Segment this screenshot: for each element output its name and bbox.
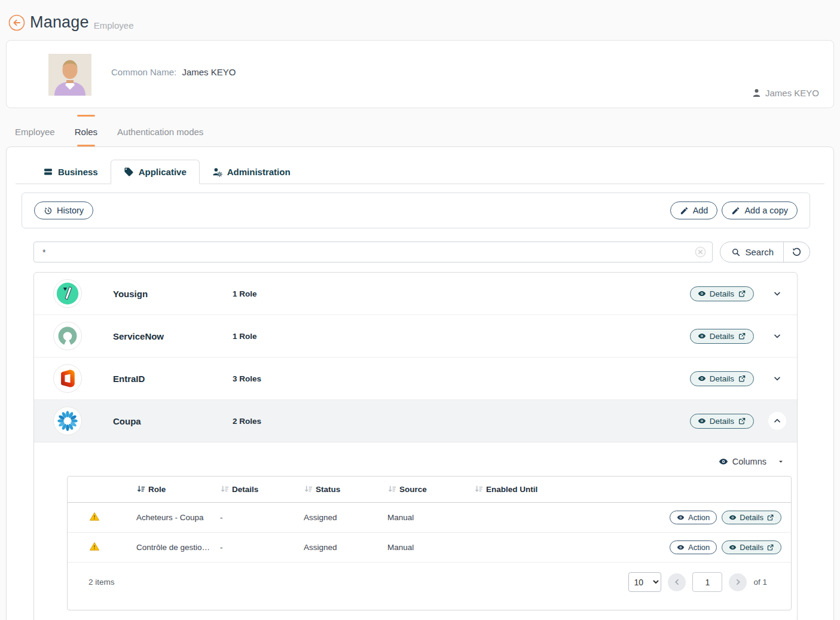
eye-icon: [729, 543, 737, 551]
cell-status: Assigned: [304, 513, 387, 522]
pencil-icon: [680, 206, 689, 215]
search-input[interactable]: [33, 242, 713, 262]
column-header-details[interactable]: Details: [220, 485, 304, 494]
coupa-expanded-panel: Columns Role Details: [34, 442, 797, 610]
external-link-icon: [738, 417, 746, 425]
page-tabs: Employee Roles Authentication modes: [0, 108, 840, 143]
cell-role: Contrôle de gestio…: [136, 543, 220, 552]
page-number-input[interactable]: [692, 572, 722, 592]
app-row-servicenow[interactable]: ServiceNow 1 Role Details: [34, 315, 797, 358]
cell-details: -: [220, 543, 304, 552]
action-button[interactable]: Action: [670, 540, 717, 554]
column-header-role[interactable]: Role: [136, 485, 220, 494]
row-details-button[interactable]: Details: [722, 540, 781, 554]
column-header-source[interactable]: Source: [387, 485, 474, 494]
app-details-button[interactable]: Details: [690, 414, 754, 429]
roles-toolbar: History Add Add a copy: [22, 193, 810, 228]
chevron-right-icon: [734, 578, 742, 586]
tab-applicative[interactable]: Applicative: [111, 160, 200, 184]
sort-icon: [387, 485, 396, 494]
external-link-icon: [766, 543, 774, 551]
app-name: Yousign: [113, 289, 233, 299]
profile-user-link[interactable]: James KEYO: [752, 88, 819, 98]
common-name-field: Common Name: James KEYO: [111, 67, 236, 77]
cell-status: Assigned: [304, 543, 387, 552]
app-details-button[interactable]: Details: [690, 329, 754, 344]
common-name-value: James KEYO: [182, 67, 236, 77]
eye-icon: [698, 332, 706, 340]
column-header-status[interactable]: Status: [304, 485, 387, 494]
app-details-button[interactable]: Details: [690, 371, 754, 386]
app-details-button[interactable]: Details: [690, 286, 754, 301]
pagination: 10 of 1: [628, 572, 767, 592]
chevron-down-icon[interactable]: [768, 327, 786, 345]
layers-icon: [43, 167, 53, 177]
back-icon[interactable]: [8, 14, 25, 31]
app-role-count: 1 Role: [233, 332, 257, 341]
servicenow-logo-icon: [53, 322, 82, 350]
table-footer: 2 items 10 of 1: [68, 563, 791, 610]
person-gear-icon: [212, 167, 222, 177]
chevron-down-icon[interactable]: [768, 285, 786, 303]
roles-table: Role Details Status Source: [67, 476, 792, 610]
yousign-logo-icon: [53, 279, 82, 308]
action-button[interactable]: Action: [670, 511, 717, 524]
history-button[interactable]: History: [34, 201, 93, 219]
application-list: Yousign 1 Role Details ServiceNow 1 Role…: [33, 272, 798, 620]
sort-icon: [304, 485, 313, 494]
clear-search-icon[interactable]: [694, 246, 707, 258]
caret-down-icon: [777, 457, 785, 466]
tab-authentication-modes[interactable]: Authentication modes: [117, 123, 203, 141]
page-subtitle: Employee: [94, 15, 134, 30]
row-details-button[interactable]: Details: [722, 511, 781, 524]
eye-icon: [677, 543, 685, 551]
next-page-button[interactable]: [729, 573, 747, 591]
pencil-icon: [731, 206, 740, 215]
chevron-down-icon[interactable]: [768, 369, 786, 387]
add-button[interactable]: Add: [670, 201, 718, 219]
table-row: Contrôle de gestio… - Assigned Manual Ac…: [68, 533, 791, 563]
app-row-yousign[interactable]: Yousign 1 Role Details: [34, 273, 797, 315]
sort-icon: [136, 485, 145, 494]
cell-role: Acheteurs - Coupa: [136, 513, 220, 522]
chevron-up-icon[interactable]: [768, 412, 786, 430]
add-copy-button[interactable]: Add a copy: [722, 201, 798, 219]
external-link-icon: [766, 514, 774, 521]
page-header: Manage Employee: [0, 0, 840, 38]
profile-photo: [48, 54, 91, 96]
page-size-select[interactable]: 10: [628, 572, 661, 592]
search-button[interactable]: Search: [720, 242, 783, 262]
app-role-count: 1 Role: [233, 289, 257, 298]
external-link-icon: [738, 332, 746, 340]
profile-user-name: James KEYO: [765, 88, 819, 98]
eye-icon: [698, 417, 706, 425]
profile-card: Common Name: James KEYO James KEYO: [6, 40, 834, 108]
magnifier-icon: [731, 248, 741, 257]
roles-table-header: Role Details Status Source: [68, 477, 791, 503]
items-count: 2 items: [88, 578, 115, 587]
app-row-coupa[interactable]: Coupa 2 Roles Details: [34, 400, 797, 442]
previous-page-button[interactable]: [668, 573, 686, 591]
sort-icon: [474, 485, 483, 494]
tab-roles[interactable]: Roles: [75, 123, 97, 141]
roles-panel: Business Applicative Administration Hist…: [6, 146, 834, 620]
column-header-enabled-until[interactable]: Enabled Until: [474, 485, 791, 494]
common-name-label: Common Name:: [111, 67, 176, 77]
app-name: Coupa: [113, 416, 233, 426]
history-icon: [44, 206, 53, 215]
app-row-entraid[interactable]: EntraID 3 Roles Details: [34, 358, 797, 400]
columns-button[interactable]: Columns: [719, 457, 785, 466]
tab-business[interactable]: Business: [30, 160, 111, 184]
search-button-group: Search: [720, 242, 810, 262]
cell-source: Manual: [387, 513, 474, 522]
tab-administration[interactable]: Administration: [200, 160, 303, 184]
eye-icon: [698, 289, 706, 298]
tab-employee[interactable]: Employee: [15, 123, 55, 141]
search-bar: Search: [33, 242, 810, 262]
reset-search-button[interactable]: [783, 242, 810, 262]
coupa-logo-icon: [53, 407, 82, 435]
role-category-tabs: Business Applicative Administration: [16, 159, 824, 184]
eye-icon: [729, 514, 737, 521]
entraid-logo-icon: [53, 364, 82, 393]
undo-icon: [792, 247, 802, 257]
